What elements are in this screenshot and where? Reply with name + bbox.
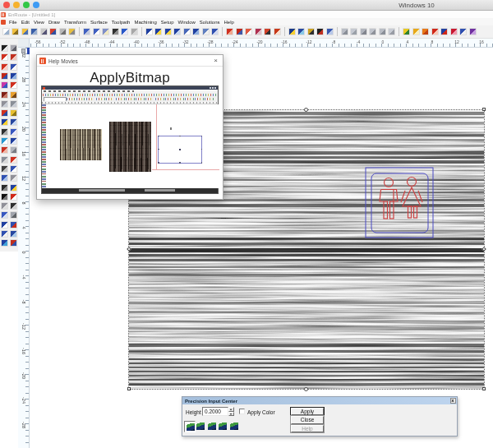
height-stepper[interactable]: [228, 407, 234, 416]
polygon-icon[interactable]: [1, 91, 8, 99]
zoom-rect-icon[interactable]: [145, 28, 153, 35]
apply-color-checkbox[interactable]: [239, 409, 245, 414]
box-gray-icon[interactable]: [10, 174, 17, 182]
printer2-icon[interactable]: [10, 211, 17, 219]
help-movies-titlebar[interactable]: Help Movies ×: [37, 55, 223, 67]
zoom-selected-icon[interactable]: [183, 28, 191, 35]
selection-handle-topright[interactable]: [482, 108, 486, 111]
pointer-icon[interactable]: [1, 44, 8, 52]
blob-icon[interactable]: [10, 230, 17, 238]
marker-icon[interactable]: [10, 109, 17, 117]
trash-icon[interactable]: [10, 100, 17, 108]
grid2-icon[interactable]: [10, 72, 17, 80]
sim-6-icon[interactable]: [388, 28, 395, 35]
surface-slope-button[interactable]: [196, 421, 207, 432]
rect-red-icon[interactable]: [1, 63, 8, 71]
group-icon[interactable]: [307, 28, 315, 35]
text-a-icon[interactable]: [1, 221, 8, 229]
dot-icon[interactable]: [1, 193, 8, 201]
eraser-icon[interactable]: [68, 28, 76, 35]
loop-icon[interactable]: [10, 137, 17, 145]
box2-icon[interactable]: [10, 146, 17, 154]
grid-gold-icon[interactable]: [10, 184, 17, 192]
apply-button[interactable]: Apply: [291, 408, 324, 416]
arc-icon[interactable]: [10, 165, 17, 173]
surface-round-button[interactable]: [206, 421, 218, 432]
percent-icon[interactable]: [10, 63, 17, 71]
paste-icon[interactable]: [102, 28, 109, 35]
menu-edit[interactable]: Edit: [21, 20, 30, 25]
add-node-icon[interactable]: [1, 109, 8, 117]
menu-toolpath[interactable]: Toolpath: [112, 20, 131, 25]
menu-help[interactable]: Help: [224, 20, 234, 25]
ortho-icon[interactable]: [422, 28, 429, 35]
ungroup-icon[interactable]: [316, 28, 324, 35]
snap-icon[interactable]: [274, 28, 281, 35]
close-button[interactable]: Close: [291, 416, 324, 424]
pan-icon[interactable]: [192, 28, 200, 35]
save-icon[interactable]: [30, 28, 38, 35]
camera2-icon[interactable]: [10, 44, 17, 52]
shape-mix-icon[interactable]: [10, 221, 17, 229]
enroute-menu-icon[interactable]: [1, 20, 6, 25]
swatch-blue-icon[interactable]: [10, 118, 17, 126]
sim-3-icon[interactable]: [360, 28, 367, 35]
menu-file[interactable]: File: [9, 20, 17, 25]
new-icon[interactable]: [2, 28, 10, 35]
view-mode-icon[interactable]: [211, 28, 219, 35]
circle-red-icon[interactable]: [10, 156, 17, 164]
fill-icon[interactable]: [255, 28, 262, 35]
surface-dome-button[interactable]: [218, 421, 229, 432]
align-icon[interactable]: [326, 28, 334, 35]
scissors2-icon[interactable]: [10, 128, 17, 136]
coherence-window-light[interactable]: [33, 2, 39, 8]
dialog-close-icon[interactable]: x: [450, 398, 456, 404]
selection-handle-bottomright[interactable]: [482, 387, 486, 390]
pen-red-icon[interactable]: [1, 146, 8, 154]
perspective-icon[interactable]: [431, 28, 439, 35]
zoom-all-icon[interactable]: [173, 28, 181, 35]
sim-2-icon[interactable]: [350, 28, 357, 35]
close-window-light[interactable]: [3, 2, 10, 8]
menu-view[interactable]: View: [34, 20, 44, 25]
light-icon[interactable]: [412, 28, 420, 35]
selection-handle-bottom[interactable]: [304, 387, 308, 391]
menu-surface[interactable]: Surface: [90, 20, 108, 25]
material-icon[interactable]: [450, 28, 458, 35]
help-movie-frame[interactable]: [41, 85, 219, 194]
selection-handle-top[interactable]: [304, 108, 308, 112]
swatch-icon[interactable]: [469, 28, 477, 35]
rect-blue-icon[interactable]: [1, 174, 8, 182]
circle-icon[interactable]: [1, 118, 8, 126]
pen-gray-icon[interactable]: [1, 156, 8, 164]
star-icon[interactable]: [1, 230, 8, 238]
open-icon[interactable]: [12, 28, 19, 35]
curve-icon[interactable]: [1, 211, 8, 219]
merge-icon[interactable]: [49, 28, 57, 35]
cut-icon[interactable]: [83, 28, 90, 35]
pencil2-icon[interactable]: [10, 91, 17, 99]
minimize-window-light[interactable]: [13, 2, 20, 8]
node-edit-icon[interactable]: [236, 28, 243, 35]
zoom-out-icon[interactable]: [164, 28, 172, 35]
print-icon[interactable]: [40, 28, 48, 35]
combine-icon[interactable]: [1, 72, 8, 80]
dialog-titlebar[interactable]: Precision Input Center x: [182, 397, 457, 404]
text-tool-icon[interactable]: [459, 28, 467, 35]
sim-4-icon[interactable]: [369, 28, 376, 35]
copy-icon[interactable]: [93, 28, 100, 35]
menu-solutions[interactable]: Solutions: [200, 20, 220, 25]
help-movies-close-icon[interactable]: ×: [214, 57, 218, 64]
zoom-window-light[interactable]: [23, 2, 30, 8]
mesh-icon[interactable]: [1, 128, 8, 136]
import-icon[interactable]: [21, 28, 29, 35]
menu-transform[interactable]: Transform: [64, 20, 86, 25]
zoom-previous-icon[interactable]: [202, 28, 210, 35]
delete-box-icon[interactable]: [10, 81, 17, 89]
dot-red-icon[interactable]: [10, 193, 17, 201]
zoom-in-icon[interactable]: [154, 28, 162, 35]
menu-setup[interactable]: Setup: [161, 20, 174, 25]
to-front-icon[interactable]: [288, 28, 296, 35]
flag-icon[interactable]: [440, 28, 448, 35]
web-icon[interactable]: [1, 184, 8, 192]
